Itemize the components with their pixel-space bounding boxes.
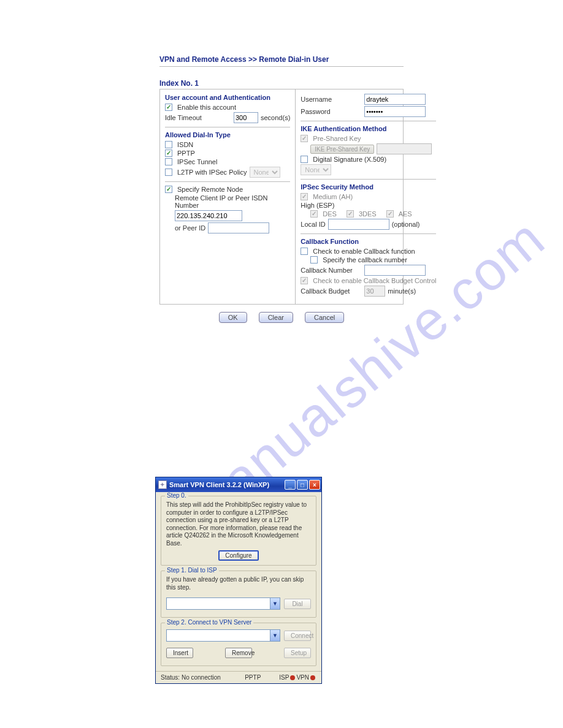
isp-select[interactable]: ▼ (166, 597, 280, 610)
digsig-checkbox[interactable] (301, 156, 308, 163)
isp-label: ISP (279, 674, 289, 681)
isdn-checkbox[interactable] (165, 141, 172, 148)
vpn-status-dot (310, 675, 315, 680)
specify-remote-label: Specify Remote Node (177, 186, 243, 193)
chevron-down-icon: ▼ (270, 630, 280, 641)
l2tp-checkbox[interactable] (165, 169, 172, 176)
local-id-label: Local ID (301, 221, 325, 228)
aes-checkbox (386, 210, 394, 218)
step0-group: Step 0. This step will add the ProhibitI… (161, 496, 316, 566)
connect-button: Connect (284, 631, 311, 641)
maximize-button[interactable]: □ (297, 480, 308, 490)
tdes-checkbox (347, 210, 354, 218)
callback-enable-label: Check to enable Callback function (313, 248, 415, 255)
isp-status-dot (290, 675, 295, 680)
peer-id-label: or Peer ID (175, 224, 205, 232)
idle-timeout-input[interactable] (234, 112, 258, 123)
breadcrumb: VPN and Remote Access >> Remote Dial-in … (159, 55, 404, 67)
window-titlebar[interactable]: ✦ Smart VPN Client 3.2.2 (WinXP) _ □ × (156, 477, 321, 492)
callback-specify-label: Specify the callback number (323, 256, 407, 264)
ipsec-sec-title: IPSec Security Method (301, 183, 436, 191)
callback-budget-unit: minute(s) (388, 287, 416, 295)
idle-timeout-label: Idle Timeout (165, 114, 231, 121)
cancel-button[interactable]: Cancel (305, 312, 344, 323)
step1-group: Step 1. Dial to ISP If you have already … (161, 571, 316, 618)
callback-specify-checkbox[interactable] (310, 256, 318, 264)
username-label: Username (301, 96, 362, 103)
callback-budget-enable-label: Check to enable Callback Budget Control (313, 277, 436, 284)
des-label: DES (323, 210, 337, 218)
clear-button[interactable]: Clear (259, 312, 293, 323)
remote-client-input[interactable] (175, 210, 242, 221)
psk-input (377, 143, 432, 154)
callback-budget-checkbox (301, 277, 308, 284)
aes-label: AES (399, 210, 412, 218)
step1-text: If you have already gotten a public IP, … (166, 576, 311, 591)
callback-num-input[interactable] (364, 265, 426, 276)
psk-button: IKE Pre-Shared Key (310, 145, 374, 154)
medium-label: Medium (AH) (313, 193, 353, 200)
step0-legend: Step 0. (165, 492, 188, 499)
app-icon: ✦ (158, 480, 167, 489)
digsig-select: None (301, 164, 331, 175)
callback-budget-label: Callback Budget (301, 287, 362, 295)
step1-legend: Step 1. Dial to ISP (165, 567, 219, 574)
user-auth-title: User account and Authentication (165, 94, 290, 101)
insert-button[interactable]: Insert (166, 648, 193, 658)
step0-text: This step will add the ProhibitIpSec reg… (166, 501, 311, 547)
high-label: High (ESP) (301, 202, 436, 209)
window-title: Smart VPN Client 3.2.2 (WinXP) (169, 481, 269, 488)
dial-button: Dial (284, 599, 311, 609)
l2tp-policy-select: None (250, 167, 280, 178)
status-text: Status: No connection (161, 674, 221, 681)
callback-title: Callback Function (301, 238, 436, 245)
psk-label: Pre-Shared Key (313, 135, 361, 142)
close-button[interactable]: × (309, 480, 320, 490)
tdes-label: 3DES (359, 210, 377, 218)
minimize-button[interactable]: _ (285, 480, 296, 490)
optional-label: (optional) (392, 221, 420, 228)
dialin-title: Allowed Dial-In Type (165, 131, 290, 138)
psk-checkbox (301, 135, 308, 142)
isdn-label: ISDN (177, 141, 193, 148)
idle-timeout-unit: second(s) (261, 114, 290, 121)
local-id-input[interactable] (328, 219, 389, 230)
ike-title: IKE Authentication Method (301, 125, 436, 132)
step2-legend: Step 2. Connect to VPN Server (165, 619, 253, 626)
peer-id-input[interactable] (208, 222, 269, 233)
ipsec-tunnel-checkbox[interactable] (165, 158, 172, 165)
l2tp-label: L2TP with IPSec Policy (177, 169, 247, 176)
config-panel: User account and Authentication Enable t… (159, 89, 404, 305)
digsig-label: Digital Signature (X.509) (313, 156, 386, 163)
vpn-server-select[interactable]: ▼ (166, 629, 280, 642)
vpn-label: VPN (296, 674, 309, 681)
remote-client-label: Remote Client IP or Peer ISDN Number (175, 194, 290, 209)
setup-button: Setup (284, 648, 311, 658)
index-title: Index No. 1 (159, 79, 404, 88)
username-input[interactable] (364, 94, 426, 105)
callback-num-label: Callback Number (301, 267, 362, 274)
proto-text: PPTP (245, 674, 261, 681)
des-checkbox (310, 210, 318, 218)
status-bar: Status: No connection PPTP ISP VPN (156, 671, 321, 683)
ok-button[interactable]: OK (219, 312, 247, 323)
pptp-label: PPTP (177, 150, 195, 157)
step2-group: Step 2. Connect to VPN Server ▼ Connect … (161, 623, 316, 666)
medium-checkbox (301, 193, 308, 200)
specify-remote-checkbox[interactable] (165, 186, 172, 193)
ipsec-tunnel-label: IPSec Tunnel (177, 158, 217, 165)
enable-account-label: Enable this account (177, 104, 236, 111)
password-input[interactable] (364, 106, 426, 117)
password-label: Password (301, 108, 362, 115)
chevron-down-icon: ▼ (270, 598, 280, 609)
callback-budget-input (364, 286, 385, 297)
pptp-checkbox[interactable] (165, 150, 172, 157)
remove-button[interactable]: Remove (225, 648, 252, 658)
callback-enable-checkbox[interactable] (301, 248, 308, 255)
configure-button[interactable]: Configure (218, 550, 258, 561)
enable-account-checkbox[interactable] (165, 104, 172, 111)
vpn-client-window: ✦ Smart VPN Client 3.2.2 (WinXP) _ □ × S… (155, 477, 322, 684)
